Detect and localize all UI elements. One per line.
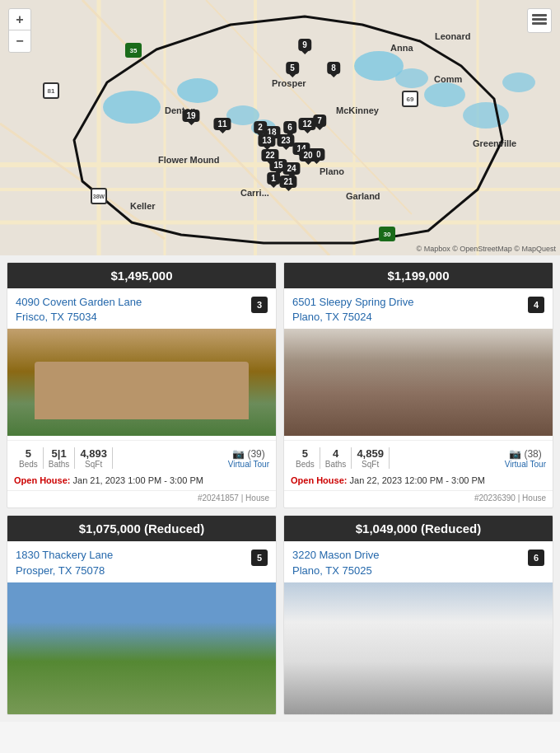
map-zoom-controls: + − — [8, 8, 31, 53]
listing-card-1[interactable]: $1,495,000 4090 Covent Garden Lane Frisc… — [7, 262, 277, 508]
open-house-1: Open House: Jan 21, 2023 1:00 PM - 3:00 … — [7, 472, 276, 488]
listing-badge-3: 5 — [251, 550, 268, 566]
highway-69-shield: 69 — [402, 91, 418, 107]
listing-stats-1: 5 Beds 5|1 Baths 4,893 SqFt 📷 (39) Virtu… — [7, 440, 276, 472]
map-layers-button[interactable] — [527, 8, 552, 33]
map-marker-7: 7 — [313, 115, 326, 127]
listing-photo-1 — [7, 329, 276, 436]
city-label-greenville: Greenville — [473, 138, 516, 148]
map[interactable]: Leonard Anna Denton Prosper McKinney Flo… — [0, 0, 560, 255]
listing-photo-4 — [284, 582, 553, 714]
listing-card-3[interactable]: $1,075,000 (Reduced) 1830 Thackery Lane … — [7, 515, 277, 714]
map-marker-19: 19 — [182, 110, 199, 122]
stat-beds-2: 5 Beds — [291, 447, 320, 469]
city-label-comm: Comm — [434, 74, 462, 84]
listing-footer-1: #20241857 | House — [7, 490, 276, 507]
map-marker-8: 8 — [327, 62, 340, 74]
highway-81-shield: 81 — [43, 82, 59, 99]
city-label-prosper: Prosper — [272, 78, 306, 88]
city-label-leonard: Leonard — [435, 31, 470, 41]
listing-photo-2 — [284, 329, 553, 436]
highway-38w-shield: 38W — [91, 188, 107, 204]
listing-price-1: $1,495,000 — [7, 263, 276, 288]
zoom-out-button[interactable]: − — [9, 30, 30, 52]
city-label-flower-mound: Flower Mound — [158, 155, 220, 165]
svg-rect-22 — [532, 14, 547, 16]
stat-sqft-2: 4,859 SqFt — [352, 447, 390, 469]
map-attribution: © Mapbox © OpenStreetMap © MapQuest — [417, 245, 556, 253]
listing-price-4: $1,049,000 (Reduced) — [284, 516, 553, 541]
map-marker-20: 20 — [299, 149, 316, 161]
map-marker-9: 9 — [298, 39, 311, 51]
listing-stats-2: 5 Beds 4 Baths 4,859 SqFt 📷 (38) Virtual… — [284, 440, 553, 472]
map-marker-21: 21 — [279, 175, 296, 188]
city-label-garland: Garland — [346, 191, 380, 201]
city-label-carri: Carri... — [240, 188, 269, 198]
listing-photo-3 — [7, 582, 276, 714]
listing-price-3: $1,075,000 (Reduced) — [7, 516, 276, 541]
highway-30-shield: 30 — [379, 227, 395, 241]
listing-badge-2: 4 — [528, 297, 544, 313]
svg-point-20 — [502, 72, 535, 92]
svg-point-13 — [177, 78, 218, 103]
listing-header-3: 1830 Thackery Lane Prosper, TX 75078 5 — [7, 541, 276, 582]
listing-address-3: 1830 Thackery Lane Prosper, TX 75078 — [16, 548, 113, 578]
listing-badge-4: 6 — [528, 550, 544, 566]
listings-grid: $1,495,000 4090 Covent Garden Lane Frisc… — [0, 255, 560, 722]
listing-header-4: 3220 Mason Drive Plano, TX 75025 6 — [284, 541, 553, 582]
city-label-keller: Keller — [130, 201, 156, 211]
svg-point-17 — [395, 68, 428, 88]
map-marker-24: 24 — [282, 162, 300, 175]
map-marker-1: 1 — [267, 172, 280, 185]
listing-header-2: 6501 Sleepy Spring Drive Plano, TX 75024… — [284, 288, 553, 329]
svg-point-19 — [463, 102, 509, 129]
stat-photos-2: 📷 (38) Virtual Tour — [505, 448, 546, 469]
stat-sqft-1: 4,893 SqFt — [75, 447, 113, 469]
listing-card-4[interactable]: $1,049,000 (Reduced) 3220 Mason Drive Pl… — [283, 515, 553, 714]
map-marker-13: 13 — [258, 134, 275, 147]
stat-baths-1: 5|1 Baths — [44, 447, 76, 469]
map-marker-23: 23 — [277, 134, 294, 147]
city-label-mckinney: McKinney — [336, 105, 379, 115]
zoom-in-button[interactable]: + — [9, 9, 30, 30]
map-marker-6: 6 — [283, 121, 296, 133]
listing-card-2[interactable]: $1,199,000 6501 Sleepy Spring Drive Plan… — [283, 262, 553, 508]
svg-rect-23 — [532, 18, 547, 21]
listing-address-4: 3220 Mason Drive Plano, TX 75025 — [292, 548, 380, 578]
listing-footer-2: #20236390 | House — [284, 490, 553, 507]
stat-baths-2: 4 Baths — [320, 447, 352, 469]
highway-35-shield: 35 — [125, 43, 142, 58]
svg-point-12 — [103, 91, 161, 124]
city-label-plano: Plano — [320, 166, 344, 176]
city-label-anna: Anna — [390, 43, 413, 53]
listing-header-1: 4090 Covent Garden Lane Frisco, TX 75034… — [7, 288, 276, 329]
listing-badge-1: 3 — [251, 297, 268, 313]
svg-rect-24 — [532, 22, 547, 25]
svg-point-18 — [424, 82, 465, 107]
stat-beds-1: 5 Beds — [14, 447, 44, 469]
listing-address-1: 4090 Covent Garden Lane Frisco, TX 75034 — [16, 295, 142, 325]
open-house-2: Open House: Jan 22, 2023 12:00 PM - 3:00… — [284, 472, 553, 488]
listing-price-2: $1,199,000 — [284, 263, 553, 288]
map-marker-11: 11 — [213, 118, 231, 130]
listing-address-2: 6501 Sleepy Spring Drive Plano, TX 75024 — [292, 295, 413, 325]
stat-photos-1: 📷 (39) Virtual Tour — [228, 448, 269, 469]
map-marker-5: 5 — [286, 62, 299, 74]
